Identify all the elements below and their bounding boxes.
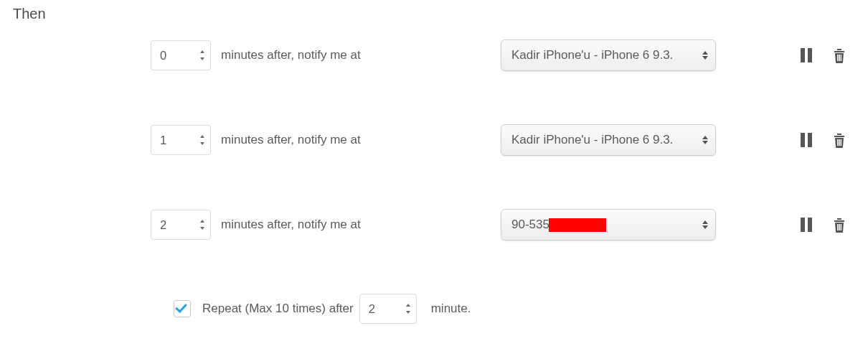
repeat-label: Repeat (Max 10 times) after [202, 302, 354, 316]
device-select-wrap: Kadir iPhone'u - iPhone 6 9.3. [501, 39, 716, 71]
spinner-down[interactable] [199, 141, 206, 146]
minutes-input-wrap [151, 40, 211, 70]
spinner-controls [199, 134, 206, 146]
rule-row: minutes after, notify me at Kadir iPhone… [13, 124, 868, 156]
repeat-checkbox[interactable] [174, 300, 191, 317]
device-select[interactable]: Kadir iPhone'u - iPhone 6 9.3. [501, 124, 716, 156]
spinner-up[interactable] [199, 49, 206, 55]
minutes-after-label: minutes after, notify me at [221, 133, 361, 147]
repeat-checkbox-wrap [174, 300, 191, 317]
device-select-wrap: 90-535 [501, 209, 716, 241]
svg-rect-14 [801, 218, 805, 232]
device-select[interactable]: 90-535 [501, 209, 716, 241]
svg-rect-4 [837, 55, 839, 61]
minutes-after-label: minutes after, notify me at [221, 218, 361, 232]
svg-rect-17 [837, 218, 841, 220]
spinner-down[interactable] [199, 225, 206, 231]
pause-icon[interactable] [799, 132, 813, 148]
row-actions [799, 217, 846, 233]
select-arrows-icon [702, 220, 708, 229]
svg-rect-20 [841, 224, 842, 230]
pause-icon[interactable] [799, 217, 813, 233]
pause-icon[interactable] [799, 47, 813, 63]
spinner-down[interactable] [405, 309, 412, 315]
svg-rect-1 [808, 48, 812, 62]
spinner-up[interactable] [405, 302, 412, 308]
svg-rect-0 [801, 48, 805, 62]
device-select[interactable]: Kadir iPhone'u - iPhone 6 9.3. [501, 39, 716, 71]
select-arrows-icon [702, 51, 708, 60]
repeat-unit-label: minute. [431, 302, 471, 316]
svg-rect-3 [837, 49, 841, 50]
notification-rules-section: Then minutes after, notify me at Kadir i… [0, 0, 868, 324]
svg-rect-15 [808, 218, 812, 232]
spinner-controls [405, 302, 412, 315]
svg-rect-6 [841, 55, 842, 61]
spinner-up[interactable] [199, 218, 206, 224]
svg-rect-16 [834, 220, 844, 222]
minutes-after-label: minutes after, notify me at [221, 48, 361, 62]
device-select-value: 90-535 [511, 218, 606, 232]
svg-rect-19 [839, 224, 840, 230]
repeat-minutes-input-wrap [359, 294, 417, 324]
spinner-controls [199, 49, 206, 62]
svg-rect-9 [834, 136, 844, 137]
spinner-down[interactable] [199, 56, 206, 62]
rule-row: minutes after, notify me at 90-535 [13, 209, 868, 241]
redacted-block [549, 218, 606, 232]
trash-icon[interactable] [832, 217, 846, 233]
minutes-input-wrap [151, 125, 211, 155]
spinner-up[interactable] [199, 134, 206, 139]
minutes-input-wrap [151, 210, 211, 240]
trash-icon[interactable] [832, 47, 846, 63]
svg-rect-18 [837, 224, 839, 230]
row-actions [799, 47, 846, 63]
rule-row: minutes after, notify me at Kadir iPhone… [13, 39, 868, 71]
svg-rect-5 [839, 55, 840, 61]
spinner-controls [199, 218, 206, 231]
svg-rect-2 [834, 51, 844, 52]
svg-rect-10 [837, 134, 841, 135]
section-heading: Then [13, 6, 868, 22]
select-arrows-icon [702, 136, 708, 144]
device-select-wrap: Kadir iPhone'u - iPhone 6 9.3. [501, 124, 716, 156]
row-actions [799, 132, 846, 148]
repeat-row: Repeat (Max 10 times) after minute. [13, 294, 868, 324]
svg-rect-12 [839, 139, 840, 146]
svg-rect-7 [801, 133, 805, 147]
svg-rect-11 [837, 139, 839, 146]
svg-rect-13 [841, 139, 842, 146]
device-select-value: Kadir iPhone'u - iPhone 6 9.3. [511, 48, 673, 62]
device-select-value: Kadir iPhone'u - iPhone 6 9.3. [511, 133, 673, 147]
svg-rect-8 [808, 133, 812, 147]
trash-icon[interactable] [832, 132, 846, 148]
